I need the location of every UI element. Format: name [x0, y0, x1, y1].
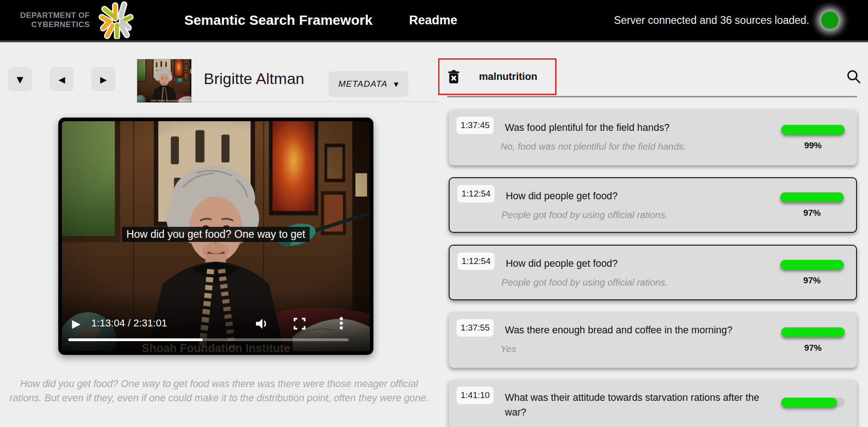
- result-question: Was food plentiful for the field hands?: [505, 117, 669, 135]
- metadata-label: METADATA: [338, 79, 387, 89]
- result-timestamp[interactable]: 1:37:45: [456, 117, 494, 134]
- result-score: 97%: [780, 246, 844, 299]
- page-title: Semantic Search Framework: [184, 12, 373, 28]
- result-timestamp[interactable]: 1:12:54: [457, 253, 495, 270]
- thumbnail-watermark: USC Shoah Foundation Institute: [151, 99, 190, 102]
- fullscreen-icon[interactable]: [294, 318, 306, 331]
- app-header: DEPARTMENT OF CYBERNETICS Semantic Searc…: [0, 0, 868, 42]
- video-thumbnail[interactable]: USC Shoah Foundation Institute: [137, 59, 192, 103]
- readme-link[interactable]: Readme: [409, 13, 457, 28]
- score-percent: 99%: [804, 140, 822, 151]
- score-bar-track: [780, 260, 844, 270]
- result-answer: No, food was not plentiful for the field…: [501, 141, 777, 152]
- result-card[interactable]: 1:41:10 What was their attitude towards …: [449, 380, 857, 427]
- score-percent: 97%: [803, 208, 821, 218]
- result-score: 97%: [780, 178, 844, 232]
- server-status-indicator: [821, 11, 839, 29]
- speaker-name: Brigitte Altman: [204, 70, 304, 88]
- result-timestamp[interactable]: 1:41:10: [456, 387, 494, 404]
- video-progress-bar[interactable]: [68, 338, 349, 341]
- video-player[interactable]: How did you get food? One way to get Sho…: [58, 118, 373, 355]
- cybernetics-logo-icon: [95, 1, 140, 39]
- result-score: 99%: [781, 110, 845, 165]
- score-bar-fill: [781, 398, 837, 407]
- search-bar: malnutrition: [438, 42, 868, 104]
- player-toolbar: ▼ ◀ ▶ USC Shoah Foundation Institute Bri…: [0, 42, 438, 104]
- score-bar-track: [780, 192, 844, 202]
- search-results-panel: malnutrition 1:37:45 Was food plentiful …: [438, 42, 868, 427]
- results-list: 1:37:45 Was food plentiful for the field…: [438, 104, 868, 427]
- department-line2: CYBERNETICS: [20, 20, 90, 29]
- search-query-text: malnutrition: [479, 71, 537, 83]
- score-bar-fill: [781, 125, 845, 135]
- next-button[interactable]: ▶: [91, 67, 116, 91]
- result-question: Was there enough bread and coffee in the…: [505, 319, 732, 337]
- player-panel: ▼ ◀ ▶ USC Shoah Foundation Institute Bri…: [0, 42, 438, 427]
- chevron-down-icon: ▼: [394, 81, 399, 88]
- result-timestamp[interactable]: 1:37:55: [456, 319, 494, 337]
- collapse-button[interactable]: ▼: [8, 67, 32, 91]
- result-card[interactable]: 1:12:54 How did people get food? People …: [449, 245, 857, 300]
- result-card[interactable]: 1:12:54 How did people get food? People …: [449, 177, 857, 233]
- result-timestamp[interactable]: 1:12:54: [457, 185, 495, 202]
- volume-icon[interactable]: [255, 318, 269, 331]
- result-answer: Yes: [501, 343, 777, 354]
- result-card[interactable]: 1:37:55 Was there enough bread and coffe…: [449, 312, 857, 368]
- score-bar-fill: [780, 260, 844, 270]
- video-caption: How did you get food? One way to get: [122, 227, 310, 242]
- search-icon[interactable]: [846, 69, 862, 86]
- score-percent: 97%: [804, 343, 822, 353]
- score-bar-fill: [780, 192, 844, 202]
- result-question: What was their attitude towards starvati…: [505, 387, 762, 420]
- score-bar-fill: [781, 327, 845, 337]
- overflow-menu-icon[interactable]: [339, 317, 343, 331]
- department-logo-text: DEPARTMENT OF CYBERNETICS: [20, 11, 90, 30]
- delete-query-icon[interactable]: [448, 70, 460, 84]
- server-status-text: Server connected and 36 sources loaded.: [614, 14, 809, 27]
- score-percent: 97%: [803, 275, 821, 286]
- department-line1: DEPARTMENT OF: [20, 11, 90, 20]
- score-bar-track: [781, 398, 845, 407]
- score-bar-track: [781, 327, 845, 337]
- result-question: How did people get food?: [506, 185, 618, 203]
- search-term-chip[interactable]: malnutrition: [438, 58, 556, 95]
- transcript-text: How did you get food? One way to get foo…: [7, 377, 431, 405]
- result-score: 97%: [781, 312, 845, 368]
- score-bar-track: [781, 125, 845, 135]
- result-answer: People got food by using official ration…: [501, 277, 776, 288]
- result-question: How did people get food?: [506, 253, 618, 271]
- play-button[interactable]: ▶: [72, 317, 80, 330]
- result-answer: People got food by using official ration…: [501, 209, 776, 220]
- result-card[interactable]: 1:37:45 Was food plentiful for the field…: [449, 110, 857, 165]
- video-progress-fill: [68, 338, 203, 341]
- result-score: [781, 380, 845, 427]
- video-time-display: 1:13:04 / 2:31:01: [91, 317, 167, 329]
- previous-button[interactable]: ◀: [50, 67, 74, 91]
- metadata-dropdown[interactable]: METADATA ▼: [328, 71, 408, 97]
